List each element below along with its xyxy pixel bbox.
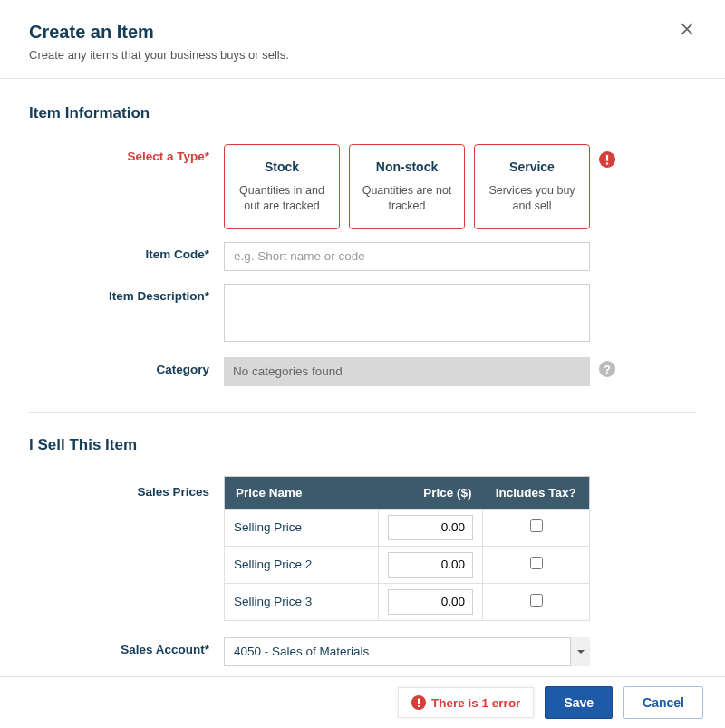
row-category: Category No categories found ? [29, 357, 696, 386]
dialog-subtitle: Create any items that your business buys… [29, 48, 696, 62]
label-sales-prices: Sales Prices [29, 476, 224, 499]
type-cards-wrap: Stock Quantities in and out are tracked … [224, 144, 590, 229]
col-price-name: Price Name [225, 476, 379, 509]
row-select-type: Select a Type* Stock Quantities in and o… [29, 144, 696, 229]
footer-error-banner[interactable]: There is 1 error [398, 687, 534, 718]
type-card-title: Service [482, 160, 582, 174]
type-card-title: Stock [232, 160, 332, 174]
label-sales-account: Sales Account* [29, 637, 224, 656]
type-card-desc: Quantities in and out are tracked [232, 183, 332, 214]
chevron-down-icon [570, 637, 590, 666]
svg-rect-1 [606, 155, 608, 161]
item-description-input[interactable] [224, 284, 590, 342]
table-row: Selling Price 2 [225, 546, 590, 583]
row-item-code: Item Code* [29, 242, 696, 271]
error-icon [411, 695, 426, 710]
col-includes-tax: Includes Tax? [483, 476, 590, 509]
table-row: Selling Price 3 [225, 583, 590, 620]
close-icon [678, 20, 696, 38]
price-name-cell: Selling Price 2 [225, 546, 379, 583]
sales-prices-table: Price Name Price ($) Includes Tax? Selli… [224, 476, 590, 621]
includes-tax-checkbox[interactable] [530, 557, 543, 569]
row-sales-account: Sales Account* 4050 - Sales of Materials [29, 637, 696, 666]
sales-account-select[interactable]: 4050 - Sales of Materials [224, 637, 590, 666]
dialog-body[interactable]: Item Information Select a Type* Stock Qu… [0, 79, 725, 676]
section-item-information-title: Item Information [29, 104, 696, 122]
type-card-stock[interactable]: Stock Quantities in and out are tracked [224, 144, 340, 229]
svg-rect-7 [418, 705, 420, 707]
price-name-cell: Selling Price [225, 509, 379, 546]
svg-rect-2 [606, 162, 608, 164]
dialog-title: Create an Item [29, 22, 696, 43]
type-card-desc: Services you buy and sell [482, 183, 582, 214]
section-divider [29, 412, 696, 413]
save-button[interactable]: Save [545, 686, 613, 719]
label-select-type: Select a Type* [29, 144, 224, 163]
type-card-service[interactable]: Service Services you buy and sell [474, 144, 590, 229]
type-card-desc: Quantities are not tracked [357, 183, 457, 214]
category-field: No categories found [224, 357, 590, 386]
create-item-dialog: Create an Item Create any items that you… [0, 0, 725, 728]
footer-error-text: There is 1 error [431, 696, 520, 710]
section-sell-title: I Sell This Item [29, 436, 696, 454]
dialog-header: Create an Item Create any items that you… [0, 0, 725, 79]
price-input[interactable] [388, 515, 473, 540]
type-cards: Stock Quantities in and out are tracked … [224, 144, 590, 229]
sales-account-value: 4050 - Sales of Materials [224, 637, 590, 666]
svg-text:?: ? [604, 363, 611, 375]
includes-tax-checkbox[interactable] [530, 594, 543, 607]
price-input[interactable] [388, 552, 473, 578]
item-code-input[interactable] [224, 242, 590, 271]
label-item-code: Item Code* [29, 242, 224, 261]
label-category: Category [29, 357, 224, 376]
includes-tax-checkbox[interactable] [530, 519, 543, 532]
price-input[interactable] [388, 589, 473, 615]
help-icon[interactable]: ? [599, 361, 615, 377]
row-sales-prices: Sales Prices Price Name Price ($) Includ… [29, 476, 696, 621]
dialog-footer: There is 1 error Save Cancel [0, 676, 725, 728]
price-name-cell: Selling Price 3 [225, 583, 379, 620]
table-row: Selling Price [225, 509, 590, 546]
cancel-button[interactable]: Cancel [624, 686, 703, 719]
error-icon [599, 151, 615, 168]
row-item-description: Item Description* [29, 284, 696, 345]
type-card-non-stock[interactable]: Non-stock Quantities are not tracked [349, 144, 465, 229]
type-card-title: Non-stock [357, 160, 457, 174]
col-price: Price ($) [379, 476, 483, 509]
close-button[interactable] [678, 20, 700, 42]
label-item-description: Item Description* [29, 284, 224, 303]
svg-rect-6 [418, 699, 420, 704]
